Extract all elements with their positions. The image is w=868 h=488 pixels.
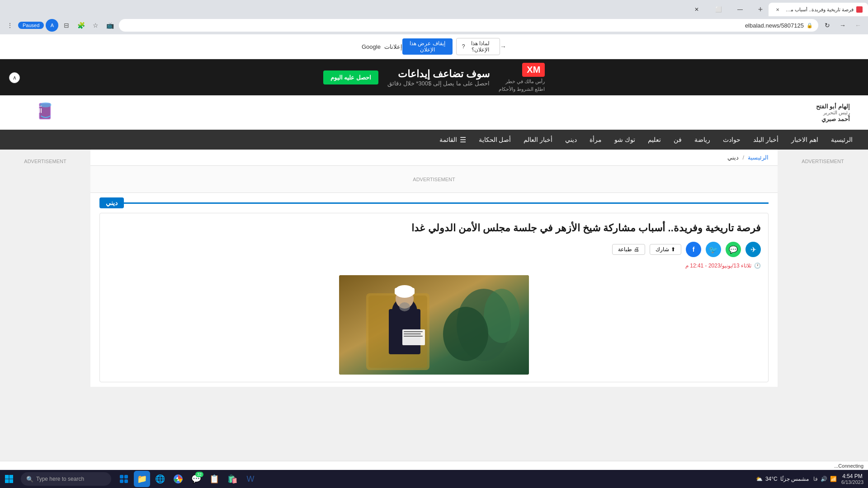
xm-logo: XM bbox=[522, 63, 545, 77]
address-bar[interactable]: 🔒 elbalad.news/5807125 bbox=[119, 19, 818, 32]
svg-rect-17 bbox=[404, 336, 423, 337]
nav-item-art[interactable]: فن bbox=[667, 130, 688, 150]
minimize-button[interactable]: — bbox=[730, 3, 750, 16]
nav-item-women[interactable]: مرأة bbox=[583, 130, 608, 150]
svg-rect-15 bbox=[404, 331, 423, 332]
breadcrumb: الرئيسية / ديني bbox=[90, 150, 778, 166]
tab-favicon bbox=[856, 6, 863, 13]
nav-item-education[interactable]: تعليم bbox=[642, 130, 667, 150]
breadcrumb-separator: / bbox=[742, 154, 744, 161]
ad-terms-label: اطلع الشروط والأحكام bbox=[499, 86, 545, 92]
store-icon[interactable]: 🛍️ bbox=[224, 471, 241, 487]
collapse-button[interactable]: ∧ bbox=[9, 72, 20, 83]
bookmark-star-icon[interactable]: ☆ bbox=[89, 19, 102, 32]
extensions-icon[interactable]: 🧩 bbox=[75, 19, 87, 32]
share-label: شارك bbox=[656, 246, 669, 253]
svg-rect-27 bbox=[124, 475, 128, 479]
address-bar-row: ← → ↻ 🔒 elbalad.news/5807125 📺 ☆ 🧩 ⊟ A P… bbox=[0, 16, 868, 34]
network-icon[interactable]: 📶 bbox=[830, 476, 837, 482]
status-text: Connecting... bbox=[834, 463, 863, 469]
edge-icon[interactable]: 🌐 bbox=[152, 471, 168, 487]
taskbar-search[interactable]: 🔍 Type here to search bbox=[21, 472, 111, 486]
article-image-container bbox=[107, 275, 761, 375]
volume-icon[interactable]: 🔊 bbox=[821, 476, 827, 482]
back-button[interactable]: ← bbox=[852, 19, 864, 32]
main-nav: الرئيسية اهم الاخبار أخبار البلد حوادث ر… bbox=[0, 130, 868, 150]
nav-item-sports[interactable]: رياضة bbox=[688, 130, 717, 150]
whatsapp-taskbar-icon[interactable]: 💬 32 bbox=[188, 471, 204, 487]
svg-point-20 bbox=[484, 289, 520, 343]
nav-item-incidents[interactable]: حوادث bbox=[717, 130, 747, 150]
svg-rect-26 bbox=[120, 475, 123, 479]
paused-indicator[interactable]: Paused bbox=[18, 22, 44, 29]
svg-text:البلد: البلد bbox=[32, 108, 42, 114]
restore-button[interactable]: ⬜ bbox=[708, 3, 729, 16]
right-ad-sidebar: ADVERTISEMENT bbox=[778, 150, 868, 387]
google-text: Google bbox=[362, 43, 381, 50]
article-actions: ✈ 💬 🐦 f ⬆ شارك 🖨 طباعة bbox=[107, 242, 761, 257]
status-bar: Connecting... bbox=[0, 461, 868, 470]
breadcrumb-home[interactable]: الرئيسية bbox=[748, 154, 769, 161]
svg-rect-25 bbox=[9, 479, 14, 483]
cast-icon[interactable]: 📺 bbox=[104, 19, 116, 32]
apps-icon[interactable]: 📋 bbox=[206, 471, 222, 487]
ad-sub-text: احصل على ما يصل إلى $300* خلال دقائق bbox=[387, 80, 490, 87]
ad-risk-label: رأس مالك في خطر bbox=[505, 79, 545, 84]
article-meta: 🕐 ثلاثاء 13/يونيو/2023 - 12:41 م bbox=[107, 263, 761, 269]
print-label: طباعة bbox=[618, 246, 632, 253]
close-button[interactable]: ✕ bbox=[686, 3, 707, 16]
active-tab[interactable]: فرصة تاريخية وفريدة.. أسباب مشا... ✕ bbox=[769, 3, 868, 16]
nav-menu-button[interactable]: ☰ القائمة bbox=[433, 130, 472, 150]
site-header: إلهام أبو الفتح رئيس التحرير أحمد صبري ا… bbox=[0, 95, 868, 130]
stop-ad-button[interactable]: إيقاف عرض هذا الإعلان bbox=[402, 38, 453, 55]
whatsapp-badge: 32 bbox=[195, 472, 203, 477]
nav-item-top-news[interactable]: اهم الاخبار bbox=[785, 130, 825, 150]
taskbar-clock[interactable]: 4:54 PM 6/13/2023 bbox=[841, 473, 863, 485]
forward-button[interactable]: → bbox=[836, 19, 849, 32]
right-ad-label: ADVERTISEMENT bbox=[802, 159, 844, 164]
nav-item-home[interactable]: الرئيسية bbox=[825, 130, 859, 150]
nav-item-story[interactable]: أصل الحكاية bbox=[472, 130, 518, 150]
start-button[interactable] bbox=[0, 470, 18, 488]
nav-item-balad-news[interactable]: أخبار البلد bbox=[747, 130, 785, 150]
ads-arrow[interactable]: → bbox=[500, 43, 506, 50]
ad-cta-button[interactable]: احصل عليه اليوم bbox=[323, 70, 378, 84]
ads-buttons: إيقاف عرض هذا الإعلان لماذا هذا الإعلان؟… bbox=[402, 38, 500, 55]
twitter-share-button[interactable]: 🐦 bbox=[706, 242, 721, 257]
nav-item-religion[interactable]: ديني bbox=[559, 130, 583, 150]
article-date: ثلاثاء 13/يونيو/2023 - 12:41 م bbox=[685, 263, 751, 269]
tab-close-button[interactable]: ✕ bbox=[774, 6, 781, 13]
browser-chrome: فرصة تاريخية وفريدة.. أسباب مشا... ✕ + —… bbox=[0, 0, 868, 34]
why-ad-button[interactable]: لماذا هذا الإعلان؟ ? bbox=[456, 38, 500, 55]
ssl-lock-icon: 🔒 bbox=[807, 23, 813, 28]
nav-item-world[interactable]: أخبار العالم bbox=[517, 130, 559, 150]
file-explorer-icon[interactable]: 📁 bbox=[134, 471, 150, 487]
share-button[interactable]: ⬆ شارك bbox=[650, 244, 681, 255]
profile-button[interactable]: A bbox=[46, 19, 58, 32]
site-logo[interactable]: البلد صدى bbox=[18, 99, 54, 126]
telegram-share-button[interactable]: ✈ bbox=[745, 242, 761, 257]
article-image bbox=[339, 275, 529, 375]
task-view-icon[interactable] bbox=[116, 471, 132, 487]
url-text: elbalad.news/5807125 bbox=[745, 22, 804, 29]
nav-item-talkshow[interactable]: توك شو bbox=[608, 130, 642, 150]
left-ad-sidebar: ADVERTISEMENT bbox=[0, 150, 90, 387]
tab-bar: فرصة تاريخية وفريدة.. أسباب مشا... ✕ + —… bbox=[0, 0, 868, 16]
word-icon[interactable]: W bbox=[242, 471, 259, 487]
chrome-icon[interactable] bbox=[170, 471, 186, 487]
site-staff: إلهام أبو الفتح رئيس التحرير أحمد صبري bbox=[816, 103, 850, 122]
tab-search-icon[interactable]: ⊟ bbox=[60, 19, 73, 32]
facebook-share-button[interactable]: f bbox=[686, 242, 701, 257]
whatsapp-share-button[interactable]: 💬 bbox=[726, 242, 741, 257]
sys-tray: فا 🔊 📶 bbox=[813, 476, 837, 482]
content-ad-label: ADVERTISEMENT bbox=[413, 177, 455, 182]
search-icon: 🔍 bbox=[26, 476, 33, 483]
svg-point-18 bbox=[399, 302, 410, 311]
editor-name: إلهام أبو الفتح bbox=[816, 103, 850, 110]
weather-label: مشمس جزئًا bbox=[780, 476, 809, 482]
new-tab-button[interactable]: + bbox=[754, 3, 767, 16]
print-button[interactable]: 🖨 طباعة bbox=[612, 244, 645, 255]
more-options-icon[interactable]: ⋮ bbox=[4, 19, 16, 32]
refresh-button[interactable]: ↻ bbox=[821, 19, 834, 32]
content-area: الرئيسية / ديني ADVERTISEMENT ديني فرصة … bbox=[90, 150, 778, 387]
